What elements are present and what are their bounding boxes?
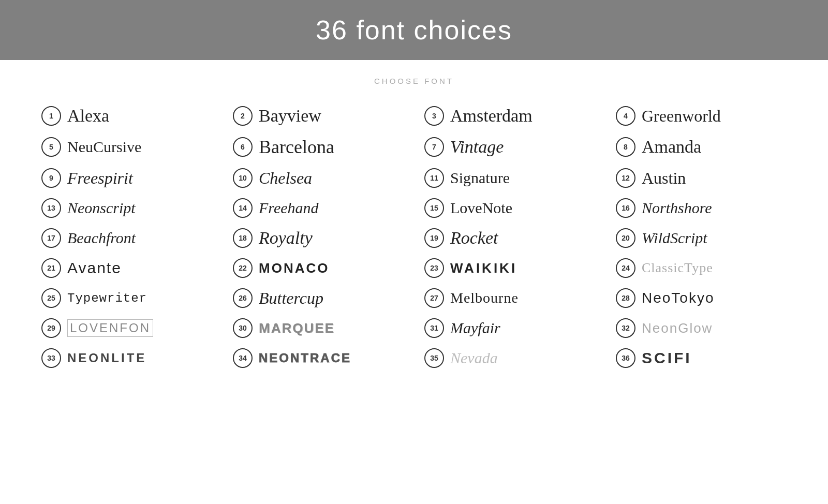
- font-number: 35: [424, 348, 444, 368]
- font-label: Alexa: [67, 106, 109, 126]
- font-item[interactable]: 22MONACO: [223, 253, 414, 283]
- font-item[interactable]: 21Avante: [31, 253, 223, 283]
- font-item[interactable]: 4Greenworld: [605, 101, 797, 131]
- font-number: 12: [616, 168, 635, 188]
- font-number: 32: [616, 318, 635, 338]
- subtitle: CHOOSE FONT: [0, 60, 828, 96]
- font-label: Amanda: [642, 137, 701, 157]
- font-item[interactable]: 20WildScript: [605, 223, 797, 253]
- font-number: 10: [233, 168, 253, 188]
- font-item[interactable]: 10Chelsea: [223, 163, 414, 193]
- font-item[interactable]: 23WAIKIKI: [414, 253, 605, 283]
- font-item[interactable]: 25Typewriter: [31, 283, 223, 313]
- font-label: Royalty: [259, 228, 313, 248]
- font-number: 7: [424, 137, 444, 157]
- font-label: Rocket: [450, 228, 498, 248]
- font-label: NeoTokyo: [642, 290, 715, 306]
- font-number: 20: [616, 228, 635, 248]
- font-number: 23: [424, 258, 444, 278]
- font-item[interactable]: 28NeoTokyo: [605, 283, 797, 313]
- font-label: MONACO: [259, 260, 329, 276]
- font-label: Amsterdam: [450, 106, 533, 126]
- font-label: LoveNote: [450, 199, 512, 217]
- font-label: WAIKIKI: [450, 260, 517, 276]
- font-number: 21: [41, 258, 61, 278]
- font-number: 17: [41, 228, 61, 248]
- font-label: Austin: [642, 169, 686, 188]
- font-item[interactable]: 17Beachfront: [31, 223, 223, 253]
- font-item[interactable]: 2Bayview: [223, 101, 414, 131]
- font-number: 24: [616, 258, 635, 278]
- font-item[interactable]: 11Signature: [414, 163, 605, 193]
- font-number: 29: [41, 318, 61, 338]
- font-item[interactable]: 29LOVENFON: [31, 313, 223, 343]
- font-item[interactable]: 12Austin: [605, 163, 797, 193]
- font-item[interactable]: 27Melbourne: [414, 283, 605, 313]
- font-grid: 1Alexa2Bayview3Amsterdam4Greenworld5NeuC…: [0, 96, 828, 389]
- font-item[interactable]: 8Amanda: [605, 131, 797, 163]
- font-item[interactable]: 32NeonGlow: [605, 313, 797, 343]
- font-item[interactable]: 1Alexa: [31, 101, 223, 131]
- font-number: 19: [424, 228, 444, 248]
- font-number: 18: [233, 228, 253, 248]
- font-number: 13: [41, 198, 61, 218]
- font-label: Northshore: [642, 199, 712, 217]
- font-label: Typewriter: [67, 291, 147, 305]
- page-title: 36 font choices: [0, 14, 828, 46]
- font-label: NEONLITE: [67, 351, 146, 365]
- font-label: LOVENFON: [67, 319, 153, 337]
- font-label: Melbourne: [450, 290, 519, 306]
- font-label: Mayfair: [450, 319, 500, 337]
- font-item[interactable]: 7Vintage: [414, 131, 605, 163]
- font-item[interactable]: 3Amsterdam: [414, 101, 605, 131]
- font-label: Freespirit: [67, 169, 133, 188]
- font-label: SCIFI: [642, 349, 692, 367]
- font-number: 34: [233, 348, 253, 368]
- font-label: Chelsea: [259, 169, 312, 188]
- font-item[interactable]: 15LoveNote: [414, 193, 605, 223]
- font-number: 33: [41, 348, 61, 368]
- font-label: WildScript: [642, 229, 707, 247]
- font-number: 9: [41, 168, 61, 188]
- font-label: Beachfront: [67, 229, 136, 247]
- font-number: 15: [424, 198, 444, 218]
- font-item[interactable]: 19Rocket: [414, 223, 605, 253]
- font-item[interactable]: 18Royalty: [223, 223, 414, 253]
- font-number: 30: [233, 318, 253, 338]
- font-item[interactable]: 14Freehand: [223, 193, 414, 223]
- font-item[interactable]: 36SCIFI: [605, 343, 797, 373]
- font-number: 1: [41, 106, 61, 126]
- font-label: Barcelona: [259, 136, 334, 158]
- font-number: 16: [616, 198, 635, 218]
- font-item[interactable]: 33NEONLITE: [31, 343, 223, 373]
- font-label: NEONTRACE: [259, 351, 351, 365]
- font-label: Avante: [67, 259, 122, 277]
- font-label: NeonGlow: [642, 320, 713, 336]
- font-number: 11: [424, 168, 444, 188]
- font-item[interactable]: 5NeuCursive: [31, 131, 223, 163]
- font-number: 4: [616, 106, 635, 126]
- font-label: MARQUEE: [259, 320, 335, 336]
- font-item[interactable]: 34NEONTRACE: [223, 343, 414, 373]
- font-number: 5: [41, 137, 61, 157]
- font-label: Freehand: [259, 199, 319, 217]
- font-number: 27: [424, 288, 444, 308]
- font-item[interactable]: 24ClassicType: [605, 253, 797, 283]
- font-item[interactable]: 13Neonscript: [31, 193, 223, 223]
- font-number: 25: [41, 288, 61, 308]
- font-number: 3: [424, 106, 444, 126]
- font-item[interactable]: 26Buttercup: [223, 283, 414, 313]
- font-number: 8: [616, 137, 635, 157]
- font-item[interactable]: 6Barcelona: [223, 131, 414, 163]
- font-item[interactable]: 16Northshore: [605, 193, 797, 223]
- font-number: 31: [424, 318, 444, 338]
- font-number: 6: [233, 137, 253, 157]
- font-label: Buttercup: [259, 289, 323, 308]
- font-label: ClassicType: [642, 260, 713, 276]
- font-item[interactable]: 35Nevada: [414, 343, 605, 373]
- font-label: Neonscript: [67, 199, 136, 217]
- font-item[interactable]: 31Mayfair: [414, 313, 605, 343]
- font-item[interactable]: 30MARQUEE: [223, 313, 414, 343]
- font-item[interactable]: 9Freespirit: [31, 163, 223, 193]
- font-label: Bayview: [259, 106, 321, 126]
